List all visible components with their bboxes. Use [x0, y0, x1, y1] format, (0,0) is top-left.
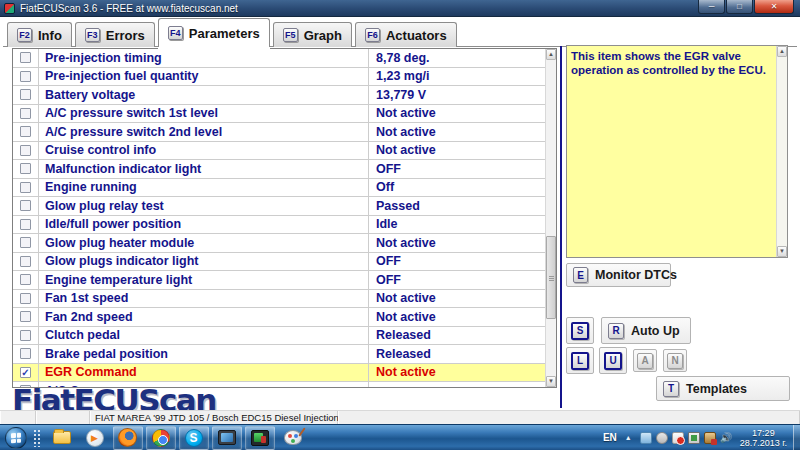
table-scrollbar[interactable]: ▲ ▼ — [545, 49, 556, 387]
key-badge-a: A — [637, 353, 653, 369]
auto-up-button[interactable]: R Auto Up — [601, 317, 691, 344]
language-indicator[interactable]: EN — [603, 432, 617, 443]
row-checkbox[interactable] — [20, 237, 31, 248]
device-manager-taskbar-button[interactable] — [212, 426, 242, 450]
n-key-button[interactable]: N — [663, 349, 687, 372]
templates-button[interactable]: T Templates — [656, 376, 790, 401]
row-checkbox[interactable] — [20, 311, 31, 322]
parameter-value: Passed — [369, 197, 545, 215]
row-checkbox-cell — [13, 86, 39, 104]
infobox-scrollbar[interactable]: ▲ ▼ — [776, 46, 787, 257]
row-checkbox[interactable] — [20, 200, 31, 211]
row-checkbox[interactable] — [20, 52, 31, 63]
scroll-down-icon[interactable]: ▼ — [777, 246, 787, 257]
tab-label: Errors — [106, 28, 145, 43]
start-button[interactable] — [5, 427, 27, 449]
minimize-button[interactable]: ─ — [698, 0, 725, 14]
media-player-taskbar-button[interactable]: ▶ — [80, 426, 110, 450]
table-row[interactable]: A/C pressure switch 2nd levelNot active — [13, 123, 545, 142]
row-checkbox[interactable] — [20, 348, 31, 359]
scroll-up-icon[interactable]: ▲ — [777, 46, 787, 57]
table-row[interactable]: Malfunction indicator lightOFF — [13, 160, 545, 179]
row-checkbox-cell — [13, 216, 39, 234]
table-row[interactable]: Engine runningOff — [13, 179, 545, 198]
row-checkbox[interactable] — [20, 256, 31, 267]
table-row[interactable]: Glow plugs indicator lightOFF — [13, 253, 545, 272]
chrome-icon — [152, 429, 170, 447]
key-badge-e: E — [573, 267, 588, 283]
close-button[interactable]: ✕ — [754, 0, 794, 14]
scroll-up-icon[interactable]: ▲ — [546, 49, 556, 60]
scrollbar-thumb[interactable] — [546, 236, 556, 319]
l-key-button[interactable]: L — [566, 347, 594, 374]
table-row[interactable]: A/C pressure switch 1st levelNot active — [13, 105, 545, 124]
s-key-button[interactable]: S — [566, 317, 594, 344]
tab-actuators[interactable]: F6Actuators — [355, 22, 457, 47]
scroll-down-icon[interactable]: ▼ — [546, 376, 556, 387]
row-checkbox[interactable] — [20, 182, 31, 193]
tab-errors[interactable]: F3Errors — [75, 22, 155, 47]
network-tray-icon[interactable] — [640, 432, 652, 444]
row-checkbox[interactable] — [20, 89, 31, 100]
chrome-taskbar-button[interactable] — [146, 426, 176, 450]
skype-icon: S — [185, 429, 203, 447]
window-controls: ─ □ ✕ — [697, 0, 794, 14]
parameter-value: Not active — [369, 234, 545, 252]
tray-expand-icon[interactable]: ▲ — [625, 434, 632, 441]
table-row[interactable]: Pre-injection fuel quantity1,23 mg/i — [13, 68, 545, 87]
diagnostic-app-icon — [251, 430, 269, 446]
row-checkbox[interactable] — [20, 274, 31, 285]
tab-graph[interactable]: F5Graph — [273, 22, 352, 47]
row-checkbox[interactable] — [20, 163, 31, 174]
status-cell-4 — [338, 411, 800, 424]
table-row[interactable]: Engine temperature lightOFF — [13, 271, 545, 290]
table-row[interactable]: Fan 2nd speedNot active — [13, 308, 545, 327]
row-checkbox[interactable] — [20, 330, 31, 341]
row-checkbox[interactable] — [20, 108, 31, 119]
folder-icon — [53, 431, 71, 444]
table-row[interactable]: ✓EGR CommandNot active — [13, 364, 545, 383]
parameter-value: Released — [369, 327, 545, 345]
table-row[interactable]: Cruise control infoNot active — [13, 142, 545, 161]
a-key-button[interactable]: A — [633, 349, 657, 372]
parameter-value: Off — [369, 179, 545, 197]
row-checkbox[interactable] — [20, 293, 31, 304]
table-row[interactable]: Idle/full power positionIdle — [13, 216, 545, 235]
table-row[interactable]: Fan 1st speedNot active — [13, 290, 545, 309]
volume-tray-icon[interactable]: 🔊 — [720, 432, 732, 444]
usb-tray-icon[interactable] — [656, 432, 668, 444]
battery-tray-icon[interactable] — [688, 432, 700, 444]
row-checkbox-cell — [13, 308, 39, 326]
u-key-button[interactable]: U — [599, 347, 627, 374]
row-checkbox[interactable] — [20, 145, 31, 156]
tab-info[interactable]: F2Info — [7, 22, 72, 47]
table-row[interactable]: Brake pedal positionReleased — [13, 345, 545, 364]
tab-parameters[interactable]: F4Parameters — [158, 18, 270, 47]
row-checkbox-cell — [13, 234, 39, 252]
parameter-name: Engine temperature light — [39, 271, 369, 289]
show-desktop-button[interactable] — [793, 425, 800, 450]
table-row[interactable]: Glow plug relay testPassed — [13, 197, 545, 216]
diagnostic-app-taskbar-button[interactable] — [245, 426, 275, 450]
explorer-taskbar-button[interactable] — [47, 426, 77, 450]
parameter-value: Not active — [369, 308, 545, 326]
taskbar-clock[interactable]: 17:29 28.7.2013 г. — [740, 428, 787, 448]
monitor-dtcs-button[interactable]: E Monitor DTCs — [566, 263, 671, 287]
paint-taskbar-button[interactable] — [278, 426, 308, 450]
table-row[interactable]: Pre-injection timing8,78 deg. — [13, 49, 545, 68]
row-checkbox[interactable] — [20, 71, 31, 82]
parameter-name: Glow plug heater module — [39, 234, 369, 252]
update-tray-icon[interactable] — [704, 432, 716, 444]
skype-taskbar-button[interactable]: S — [179, 426, 209, 450]
maximize-button[interactable]: □ — [726, 0, 753, 14]
table-row[interactable]: Battery voltage13,779 V — [13, 86, 545, 105]
row-checkbox[interactable] — [20, 126, 31, 137]
row-checkbox[interactable]: ✓ — [20, 367, 31, 378]
row-checkbox[interactable] — [20, 219, 31, 230]
table-row[interactable]: Clutch pedalReleased — [13, 327, 545, 346]
action-center-tray-icon[interactable] — [672, 432, 684, 444]
row-checkbox-cell — [13, 271, 39, 289]
firefox-taskbar-button[interactable] — [113, 426, 143, 450]
parameter-name: Malfunction indicator light — [39, 160, 369, 178]
table-row[interactable]: Glow plug heater moduleNot active — [13, 234, 545, 253]
